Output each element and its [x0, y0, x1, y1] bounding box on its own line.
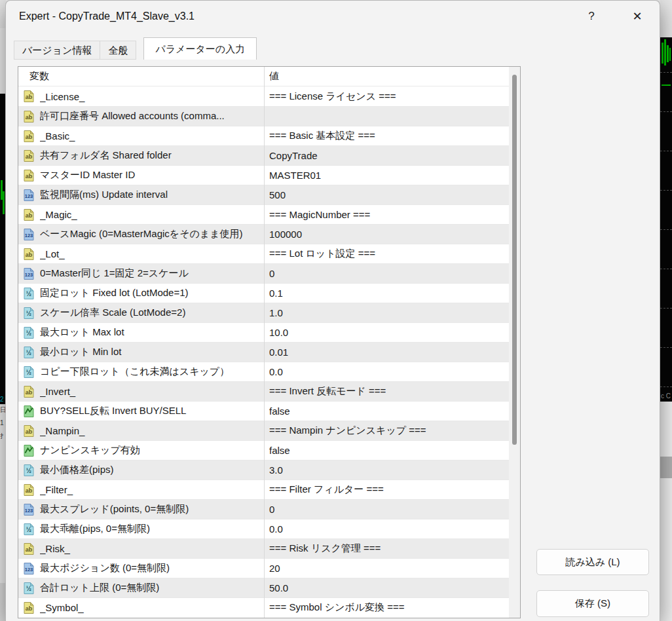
param-value[interactable]: false [269, 445, 509, 456]
scrollbar-thumb[interactable] [512, 75, 517, 445]
integer-param-icon: 123 [23, 228, 36, 241]
param-value[interactable]: === Nampin ナンピンスキップ === [269, 424, 509, 437]
param-name: BUY?SELL反転 Invert BUY/SELL [40, 405, 263, 417]
help-button[interactable]: ? [578, 5, 605, 28]
chart-gridline [660, 111, 672, 112]
column-header-value[interactable]: 値 [264, 70, 509, 83]
param-name: 監視間隔(ms) Update interval [40, 189, 263, 201]
string-param-icon: ab [23, 385, 36, 398]
tab-common[interactable]: 全般 [100, 41, 136, 60]
param-value[interactable]: 0.0 [269, 366, 509, 377]
param-value[interactable]: === Symbol シンボル変換 === [269, 601, 509, 614]
param-value[interactable]: 0 [269, 268, 509, 279]
background-app-strip-right: c C [660, 0, 672, 621]
table-scrollbar[interactable] [509, 67, 520, 618]
integer-param-icon: 123 [23, 267, 36, 280]
tab-version-info[interactable]: バージョン情報 [14, 41, 100, 60]
param-name: 許可口座番号 Allowed accounts (comma... [40, 110, 263, 122]
param-value[interactable]: 500 [269, 189, 509, 200]
svg-text:123: 123 [25, 193, 33, 199]
chart-gridline [660, 347, 672, 348]
param-value[interactable]: 0.0 [269, 523, 509, 535]
integer-param-icon: 123 [23, 503, 36, 516]
param-value[interactable]: MASTER01 [269, 170, 509, 181]
param-value[interactable]: 0.01 [269, 347, 509, 358]
param-value[interactable]: 0.1 [269, 288, 509, 299]
string-param-icon: ab [23, 130, 36, 143]
param-name: 共有フォルダ名 Shared folder [40, 149, 263, 162]
svg-text:½: ½ [26, 310, 31, 317]
tab-inputs[interactable]: パラメーターの入力 [143, 37, 257, 60]
param-value[interactable]: === Basic 基本設定 === [269, 130, 509, 142]
param-name: _Filter_ [40, 484, 263, 495]
chart-gridline [660, 151, 672, 151]
string-param-icon: ab [23, 601, 36, 614]
column-divider[interactable] [264, 67, 265, 618]
param-value[interactable]: 100000 [269, 229, 509, 240]
double-param-icon: ½ [23, 326, 36, 339]
chart-time-axis-fragment: c C [661, 392, 671, 401]
string-param-icon: ab [23, 483, 36, 497]
param-name: 固定ロット Fixed lot (LotMode=1) [40, 287, 263, 299]
param-name: スケール倍率 Scale (LotMode=2) [40, 307, 263, 319]
param-value[interactable]: 20 [269, 563, 509, 574]
string-param-icon: ab [23, 248, 36, 261]
param-name: _Magic_ [40, 209, 263, 220]
param-name: 最大ポジション数 (0=無制限) [40, 562, 263, 574]
chart-level-line [662, 85, 671, 86]
param-name: 最大スプレッド(points, 0=無制限) [40, 503, 263, 516]
double-param-icon: ½ [23, 307, 36, 320]
param-name: 最大乖離(pips, 0=無制限) [40, 523, 263, 535]
param-name: コピー下限ロット（これ未満はスキップ） [40, 366, 263, 378]
chart-gridline [660, 190, 672, 191]
column-header-variable[interactable]: 変数 [18, 70, 264, 83]
string-param-icon: ab [23, 90, 36, 103]
save-button[interactable]: 保存 (S) [536, 590, 649, 617]
param-name: 最小価格差(pips) [40, 464, 263, 476]
double-param-icon: ½ [23, 523, 36, 536]
param-name: ベースMagic (0=MasterMagicをそのまま使用) [40, 228, 263, 240]
svg-text:123: 123 [25, 233, 33, 238]
param-value[interactable]: 10.0 [269, 327, 509, 338]
string-param-icon: ab [23, 542, 36, 555]
param-name: _Basic_ [40, 130, 263, 141]
string-param-icon: ab [23, 110, 36, 123]
param-name: _License_ [40, 91, 263, 102]
svg-text:ab: ab [26, 173, 33, 179]
param-value[interactable]: 1.0 [269, 307, 509, 318]
svg-text:123: 123 [25, 272, 33, 278]
svg-text:ab: ab [26, 428, 33, 435]
integer-param-icon: 123 [23, 189, 36, 202]
chart-gridline [660, 72, 672, 73]
param-value[interactable]: === License ライセンス === [269, 90, 509, 103]
param-value[interactable]: CopyTrade [269, 150, 509, 161]
svg-text:½: ½ [26, 290, 31, 297]
boolean-param-icon [23, 444, 36, 457]
double-param-icon: ½ [23, 366, 36, 379]
param-value[interactable]: === Risk リスク管理 === [269, 542, 509, 555]
close-button[interactable]: ✕ [624, 5, 650, 28]
svg-text:½: ½ [26, 467, 31, 474]
expert-properties-dialog: Expert - CopyTrade_MT4_Slave_v3.1 ? ✕ バー… [5, 0, 660, 621]
param-value[interactable]: === Invert 反転モード === [269, 385, 509, 398]
param-value[interactable]: === MagicNumber === [269, 209, 509, 220]
param-value[interactable]: === Lot ロット設定 === [269, 248, 509, 260]
param-name: 0=Master同じ 1=固定 2=スケール [40, 267, 263, 280]
boolean-param-icon [23, 405, 36, 418]
param-value[interactable]: 3.0 [269, 464, 509, 476]
string-param-icon: ab [23, 169, 36, 182]
chart-gridline [660, 269, 672, 269]
param-value[interactable]: 50.0 [269, 582, 509, 593]
param-name: ナンピンスキップ有効 [40, 444, 263, 457]
param-value[interactable]: 0 [269, 504, 509, 515]
chart-gridline [660, 229, 672, 230]
candlestick [3, 191, 5, 214]
dialog-titlebar[interactable]: Expert - CopyTrade_MT4_Slave_v3.1 ? ✕ [6, 1, 660, 32]
svg-text:ab: ab [26, 487, 33, 494]
param-value[interactable]: false [269, 405, 509, 417]
svg-text:½: ½ [26, 329, 31, 337]
double-param-icon: ½ [23, 464, 36, 477]
param-value[interactable]: === Filter フィルター === [269, 483, 509, 496]
load-button[interactable]: 読み込み (L) [536, 549, 649, 575]
integer-param-icon: 123 [23, 562, 36, 575]
